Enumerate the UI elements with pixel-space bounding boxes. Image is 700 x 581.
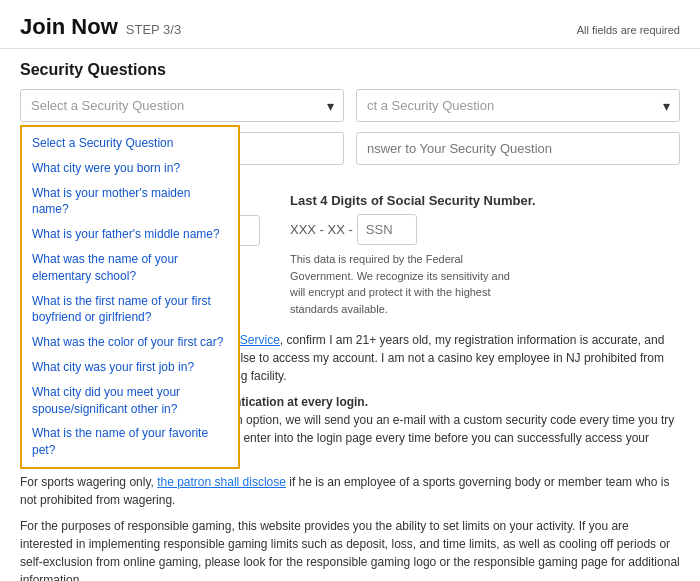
ssn-input[interactable] [357, 214, 417, 245]
security-section-title: Security Questions [20, 61, 680, 79]
security-question-1-select[interactable]: Select a Security Question [20, 89, 344, 122]
security-question-1-wrapper: Select a Security Question ▾ Select a Se… [20, 89, 344, 122]
dd-item-1[interactable]: What city were you born in? [22, 156, 238, 181]
dd-item-3[interactable]: What is your father's middle name? [22, 222, 238, 247]
page-title: Join Now [20, 14, 118, 40]
security-question-dropdown: Select a Security Question What city wer… [20, 125, 240, 469]
dd-item-5[interactable]: What is the first name of your first boy… [22, 289, 238, 331]
dd-item-2[interactable]: What is your mother's maiden name? [22, 181, 238, 223]
dd-item-4[interactable]: What was the name of your elementary sch… [22, 247, 238, 289]
sports-legal: For sports wagering only, the patron sha… [20, 473, 680, 509]
gaming-legal: For the purposes of responsible gaming, … [20, 517, 680, 581]
dd-item-6[interactable]: What was the color of your first car? [22, 330, 238, 355]
answer-2-input[interactable] [356, 132, 680, 165]
dd-item-7[interactable]: What city was your first job in? [22, 355, 238, 380]
ssn-mask: XXX - XX - [290, 222, 353, 237]
required-note: All fields are required [577, 24, 680, 36]
patron-disclose-link[interactable]: the patron shall disclose [157, 475, 286, 489]
dd-item-8[interactable]: What city did you meet your spouse/signi… [22, 380, 238, 422]
dd-item-9[interactable]: What is the name of your favorite pet? [22, 421, 238, 463]
ssn-section: Last 4 Digits of Social Security Number.… [290, 193, 680, 317]
dd-item-0[interactable]: Select a Security Question [22, 131, 238, 156]
security-question-2-wrapper: ct a Security Question ▾ [356, 89, 680, 122]
step-label: STEP 3/3 [126, 22, 181, 37]
ssn-label: Last 4 Digits of Social Security Number. [290, 193, 680, 208]
ssn-note: This data is required by the Federal Gov… [290, 251, 510, 317]
security-question-2-select[interactable]: ct a Security Question [356, 89, 680, 122]
ssn-row: XXX - XX - [290, 214, 680, 245]
